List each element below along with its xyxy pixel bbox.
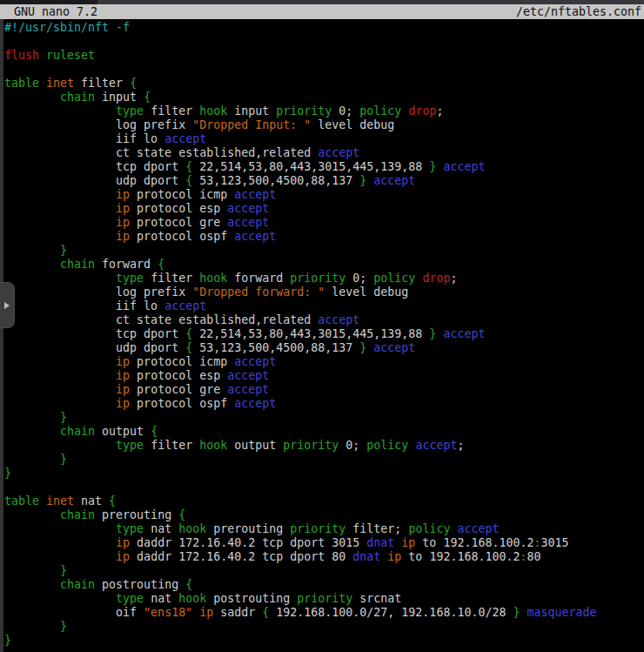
code-token: ip [116, 369, 130, 382]
code-line: ip protocol ospf accept [4, 230, 644, 244]
code-token [39, 77, 46, 90]
code-token: masquerade [527, 606, 596, 619]
left-edge-strip [0, 19, 3, 652]
code-token [4, 564, 60, 577]
code-token [4, 550, 116, 563]
code-line: iif lo accept [4, 299, 644, 313]
code-line: type filter hook output priority 0; poli… [4, 439, 644, 453]
code-token: accept [234, 188, 276, 201]
code-line: chain postrouting { [4, 578, 644, 592]
code-token: prerouting [95, 508, 178, 521]
code-token: accept [443, 160, 485, 173]
code-token: { [185, 160, 192, 173]
code-token: flush [4, 49, 39, 62]
code-token [4, 272, 116, 285]
code-token: 192.168.100.0/27, 192.168.10.0/28 [269, 606, 513, 619]
code-token: filter [74, 77, 130, 90]
code-token: accept [227, 202, 269, 215]
code-token: } [4, 467, 11, 480]
code-line: type filter hook forward priority 0; pol… [4, 272, 644, 286]
code-token: accept [318, 313, 359, 326]
code-token: to 192.168.100.2 [415, 536, 533, 549]
code-token: 0; [345, 272, 373, 285]
code-line: udp dport { 53,123,500,4500,88,137 } acc… [4, 174, 644, 188]
code-token: log prefix [4, 286, 192, 299]
code-token: 53,123,500,4500,88,137 [192, 174, 359, 187]
code-line: chain prerouting { [4, 508, 644, 522]
code-token: nat [144, 522, 178, 535]
code-line: ip protocol gre accept [4, 216, 644, 230]
code-line: chain input { [4, 91, 644, 104]
code-token: { [185, 341, 192, 354]
code-line: } [4, 453, 644, 467]
code-line: ip protocol icmp accept [4, 188, 644, 202]
code-token [4, 258, 60, 271]
code-token: accept [457, 522, 499, 535]
code-token: "Dropped Input: " [192, 118, 311, 131]
code-token: accept [227, 216, 269, 229]
code-line: } [4, 564, 644, 578]
code-token: ip [116, 397, 130, 410]
code-line: iif lo accept [4, 132, 644, 146]
code-line: ct state established,related accept [4, 313, 644, 327]
code-token: udp dport [4, 341, 185, 354]
right-triangle-icon [4, 302, 10, 309]
code-token: type [116, 104, 144, 118]
code-token: nat [74, 494, 109, 507]
code-token: } [60, 244, 67, 257]
code-line: type filter hook input priority 0; polic… [4, 104, 644, 118]
code-token: type [116, 272, 144, 285]
code-token: 0; [339, 439, 366, 452]
code-line: flush ruleset [4, 49, 644, 63]
code-token [4, 369, 116, 382]
code-token: ip [116, 355, 130, 368]
code-token: 22,514,53,80,443,3015,445,139,88 [192, 160, 429, 173]
code-token: inet [46, 494, 74, 507]
code-token [4, 578, 60, 591]
code-line [4, 35, 644, 49]
code-token: accept [227, 383, 269, 396]
code-token [4, 244, 60, 257]
code-token: 80 [527, 550, 540, 563]
code-line [4, 481, 644, 494]
code-token: "Dropped forward: " [192, 286, 325, 299]
code-token: iif lo [4, 299, 164, 313]
code-token: protocol icmp [130, 188, 234, 201]
code-line: chain output { [4, 425, 644, 439]
code-token: chain [60, 508, 95, 521]
code-token: "ens18" [144, 606, 192, 619]
side-panel-toggle[interactable] [0, 282, 15, 328]
code-token [4, 355, 116, 368]
code-token [4, 91, 60, 104]
code-token: ip [387, 550, 401, 563]
code-token: ip [401, 536, 415, 549]
code-token: 53,123,500,4500,88,137 [192, 341, 359, 354]
code-token: accept [164, 132, 206, 145]
code-line: chain forward { [4, 258, 644, 272]
code-token: { [130, 77, 137, 90]
code-token: protocol gre [130, 216, 227, 229]
code-token: policy [366, 439, 408, 452]
code-token: protocol esp [130, 202, 227, 215]
code-token: accept [234, 397, 276, 410]
code-line: log prefix "Dropped Input: " level debug [4, 118, 644, 132]
code-token: drop [422, 272, 450, 285]
code-token: } [60, 453, 67, 466]
code-token: 3015 [540, 536, 568, 549]
code-line: table inet filter { [4, 77, 644, 91]
code-token: { [185, 578, 192, 591]
code-token: tcp dport [4, 160, 185, 173]
code-token [4, 383, 116, 396]
code-token [39, 494, 46, 507]
editor-text-area[interactable]: #!/usr/sbin/nft -f flush ruleset table i… [4, 21, 644, 652]
code-token: { [151, 425, 158, 438]
code-token [192, 606, 199, 619]
code-token: chain [60, 578, 95, 591]
code-line: udp dport { 53,123,500,4500,88,137 } acc… [4, 341, 644, 355]
code-token: log prefix [4, 118, 192, 131]
code-token: ip [116, 202, 130, 215]
code-token: accept [443, 327, 485, 340]
code-token: ; [450, 272, 457, 285]
code-line: table inet nat { [4, 494, 644, 508]
code-line: type nat hook postrouting priority srcna… [4, 592, 644, 606]
